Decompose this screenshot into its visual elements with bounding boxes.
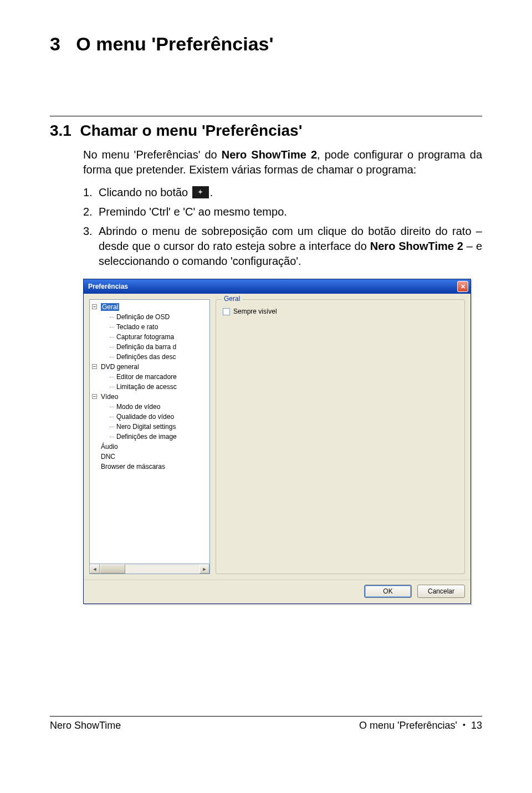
tree-item[interactable]: Definições das desc — [109, 352, 209, 362]
dialog-titlebar[interactable]: Preferências ✕ — [84, 279, 470, 294]
tree-item[interactable]: Nero Digital settings — [109, 422, 209, 432]
tree-item[interactable]: Qualidade do vídeo — [109, 412, 209, 422]
section-heading: 3.1 Chamar o menu 'Preferências' — [50, 116, 482, 140]
bullet-icon: • — [463, 720, 466, 729]
settings-icon — [192, 186, 209, 198]
steps-list: 1. Clicando no botão . 2. Premindo 'Ctrl… — [50, 185, 482, 269]
dialog-title: Preferências — [88, 283, 128, 290]
step-3: 3. Abrindo o menu de sobreposição com um… — [83, 224, 482, 269]
tree-item[interactable]: Limitação de acessc — [109, 382, 209, 392]
tree-node-browser[interactable]: Browser de máscaras — [92, 462, 209, 472]
settings-tree[interactable]: − Geral Definição de OSD Teclado e rato … — [89, 299, 210, 564]
section-number: 3.1 — [50, 122, 71, 139]
ok-button[interactable]: OK — [364, 585, 412, 598]
checkbox-icon[interactable] — [223, 308, 230, 315]
tree-item[interactable]: Definição de OSD — [109, 312, 209, 322]
scroll-left-icon[interactable]: ◄ — [90, 564, 100, 574]
close-icon[interactable]: ✕ — [457, 281, 468, 292]
tree-item[interactable]: Capturar fotograma — [109, 332, 209, 342]
tree-item[interactable]: Teclado e rato — [109, 322, 209, 332]
intro-paragraph: No menu 'Preferências' do Nero ShowTime … — [50, 147, 482, 177]
footer-right: O menu 'Preferências' • 13 — [359, 720, 482, 731]
tree-item[interactable]: Definição da barra d — [109, 342, 209, 352]
general-groupbox: Geral Sempre visível — [216, 299, 465, 574]
scroll-right-icon[interactable]: ► — [200, 564, 209, 574]
tree-node-geral[interactable]: − Geral Definição de OSD Teclado e rato … — [92, 302, 209, 362]
horizontal-scrollbar[interactable]: ◄ ► — [89, 564, 210, 574]
tree-node-dvd[interactable]: − DVD general Editor de marcadore Limita… — [92, 362, 209, 392]
chapter-heading: 3 O menu 'Preferências' — [50, 33, 482, 55]
step-1: 1. Clicando no botão . — [83, 185, 482, 200]
page-number: 13 — [471, 720, 482, 731]
tree-label-video: Vídeo — [101, 393, 118, 401]
groupbox-legend: Geral — [222, 295, 242, 303]
tree-label-geral[interactable]: Geral — [101, 303, 119, 311]
tree-label-dvd: DVD general — [101, 363, 139, 371]
chapter-number: 3 — [50, 33, 60, 54]
collapse-icon[interactable]: − — [92, 364, 97, 369]
tree-item[interactable]: Modo de vídeo — [109, 402, 209, 412]
scrollbar-thumb[interactable] — [100, 564, 125, 574]
always-visible-checkbox[interactable]: Sempre visível — [223, 308, 458, 315]
checkbox-label: Sempre visível — [233, 308, 277, 315]
collapse-icon[interactable]: − — [92, 304, 97, 309]
tree-item[interactable]: Definições de image — [109, 432, 209, 442]
collapse-icon[interactable]: − — [92, 394, 97, 399]
scrollbar-track[interactable] — [100, 564, 200, 574]
tree-item[interactable]: Editor de marcadore — [109, 372, 209, 382]
step-2: 2. Premindo 'Ctrl' e 'C' ao mesmo tempo. — [83, 204, 482, 219]
tree-node-dnc[interactable]: DNC — [92, 452, 209, 462]
chapter-title: O menu 'Preferências' — [76, 33, 273, 54]
dialog-footer: OK Cancelar — [84, 580, 470, 603]
section-title: Chamar o menu 'Preferências' — [80, 122, 303, 139]
page-footer: Nero ShowTime O menu 'Preferências' • 13 — [50, 716, 482, 731]
tree-node-video[interactable]: − Vídeo Modo de vídeo Qualidade do vídeo… — [92, 392, 209, 442]
preferences-dialog: Preferências ✕ − Geral Definição de OSD … — [83, 279, 471, 604]
footer-left: Nero ShowTime — [50, 720, 121, 731]
tree-node-audio[interactable]: Áudio — [92, 442, 209, 452]
cancel-button[interactable]: Cancelar — [417, 585, 465, 598]
